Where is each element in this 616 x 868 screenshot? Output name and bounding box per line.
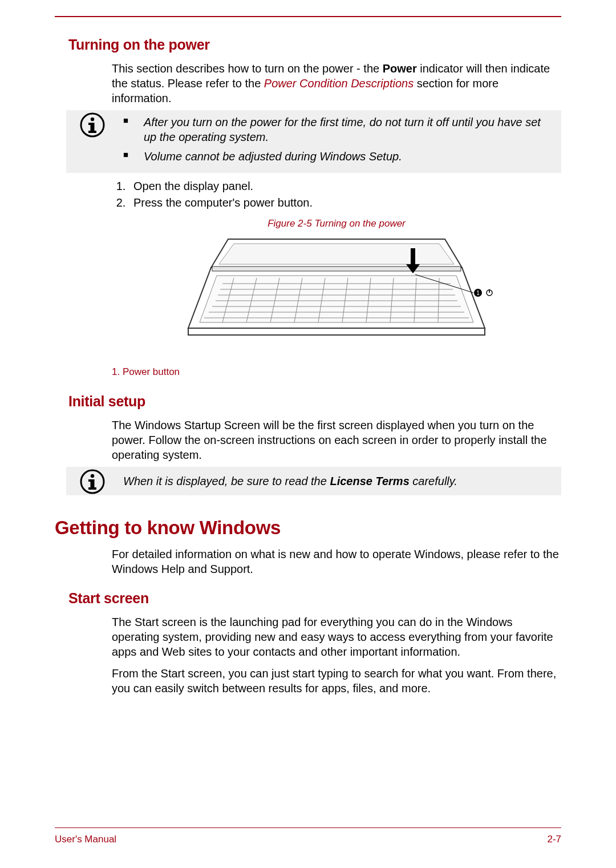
footer-rule	[55, 827, 561, 828]
footer-page-number: 2-7	[547, 834, 561, 845]
footer-manual-label: User's Manual	[55, 834, 116, 845]
header-rule	[55, 16, 561, 17]
svg-rect-4	[88, 131, 96, 133]
text: When it is displayed, be sure to read th…	[123, 475, 330, 487]
step-item: Press the computer's power button.	[129, 195, 561, 211]
steps-list: Open the display panel. Press the comput…	[112, 179, 561, 211]
power-conditions-link[interactable]: Power Condition Descriptions	[264, 77, 414, 90]
heading-turning-on-power: Turning on the power	[68, 37, 561, 53]
start-screen-p2: From the Start screen, you can just star…	[112, 666, 561, 696]
svg-marker-8	[200, 276, 473, 322]
initial-setup-body: The Windows Startup Screen will be the f…	[112, 418, 561, 462]
svg-marker-26	[188, 328, 485, 335]
svg-point-34	[91, 474, 94, 478]
heading-start-screen: Start screen	[68, 590, 561, 607]
figure-laptop: 1	[177, 232, 496, 361]
svg-marker-6	[219, 244, 454, 264]
svg-point-1	[91, 118, 94, 121]
info-icon	[80, 112, 105, 138]
note-box: After you turn on the power for the firs…	[66, 110, 561, 173]
note-bullet-item: Volume cannot be adjusted during Windows…	[123, 149, 556, 164]
figure-legend: 1. Power button	[112, 366, 561, 378]
svg-rect-3	[88, 123, 94, 125]
figure-caption: Figure 2-5 Turning on the power	[112, 217, 561, 230]
note-box-license: When it is displayed, be sure to read th…	[66, 467, 561, 495]
heading-getting-to-know-windows: Getting to know Windows	[55, 517, 561, 539]
text: This section describes how to turn on th…	[112, 62, 383, 75]
note-bullet-list: After you turn on the power for the firs…	[123, 115, 556, 164]
svg-rect-27	[212, 267, 461, 271]
power-bold: Power	[383, 62, 417, 75]
heading-initial-setup: Initial setup	[68, 393, 561, 410]
figure-callout-number: 1	[476, 290, 480, 296]
info-icon	[80, 469, 105, 494]
page: Turning on the power This section descri…	[0, 0, 616, 868]
svg-rect-37	[88, 487, 96, 490]
license-terms-bold: License Terms	[330, 475, 409, 487]
page-footer: User's Manual 2-7	[55, 827, 561, 845]
start-screen-p1: The Start screen is the launching pad fo…	[112, 615, 561, 659]
getting-to-know-body: For detailed information on what is new …	[112, 547, 561, 576]
svg-rect-36	[88, 479, 94, 482]
intro-paragraph: This section describes how to turn on th…	[112, 61, 561, 106]
step-item: Open the display panel.	[129, 179, 561, 194]
text: carefully.	[410, 475, 457, 487]
note-bullet-item: After you turn on the power for the firs…	[123, 115, 556, 144]
